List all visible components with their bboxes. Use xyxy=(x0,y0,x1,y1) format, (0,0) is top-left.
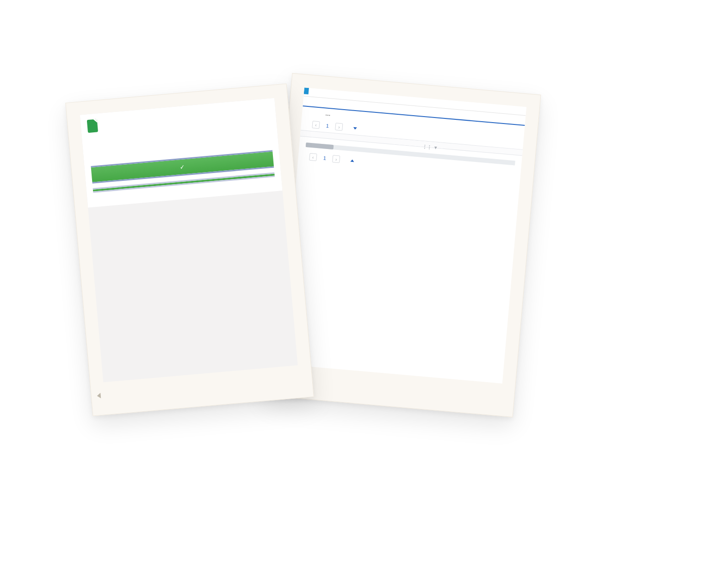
scrollbar-thumb[interactable] xyxy=(306,142,334,149)
account-name-label xyxy=(90,136,136,140)
pager-next[interactable]: › xyxy=(332,155,340,163)
col-menu-icon[interactable]: ⋮⋮ xyxy=(422,144,432,150)
tab-details[interactable] xyxy=(110,201,110,206)
start-date-value xyxy=(213,127,260,131)
subnav-templates[interactable] xyxy=(309,103,309,106)
subnav-contacts[interactable] xyxy=(326,105,326,108)
status-value xyxy=(151,132,198,136)
status-label xyxy=(151,131,198,135)
chevron-down-icon xyxy=(353,127,357,130)
pager-current: 1 xyxy=(321,155,328,161)
object-label xyxy=(102,120,102,125)
subnav-contracts[interactable] xyxy=(317,104,318,107)
check-icon: ✓ xyxy=(179,163,185,171)
pager-current: 1 xyxy=(324,123,331,129)
contract-doc-icon xyxy=(87,119,98,133)
app-launcher-icon[interactable] xyxy=(304,87,309,94)
frame-arrow-icon xyxy=(97,393,101,399)
pager-next[interactable]: › xyxy=(335,123,343,130)
page-title xyxy=(0,0,705,62)
pager-prev[interactable]: ‹ xyxy=(309,153,317,161)
end-date-label xyxy=(91,153,137,157)
page-size-select[interactable] xyxy=(349,159,354,162)
pager-prev[interactable]: ‹ xyxy=(312,121,320,129)
page-size-select[interactable] xyxy=(352,127,357,130)
end-date-value xyxy=(91,155,137,159)
chevron-up-icon xyxy=(350,159,354,162)
contract-detail-card: ✓ xyxy=(65,83,314,416)
more-actions-icon[interactable]: ⋯ xyxy=(325,112,330,118)
tab-related[interactable] xyxy=(96,202,96,207)
start-date-label xyxy=(213,125,259,130)
filter-icon[interactable]: ▾ xyxy=(434,145,437,150)
